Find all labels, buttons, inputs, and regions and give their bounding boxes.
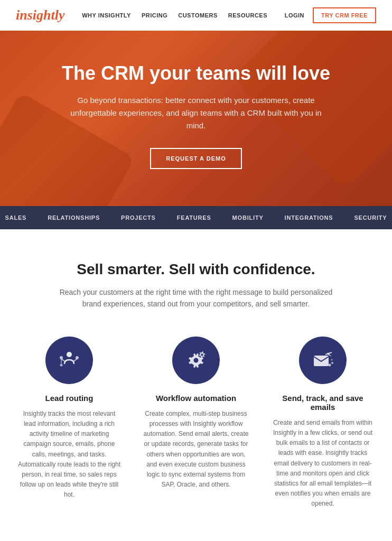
feature-workflow: Workflow automation Create complex, mult…: [143, 337, 249, 509]
svg-line-1: [61, 359, 66, 362]
features-title: Sell smarter. Sell with confidence.: [16, 261, 376, 278]
feature-email: Send, track, and save emails Create and …: [270, 337, 376, 509]
workflow-automation-icon: [184, 348, 208, 372]
try-free-button[interactable]: TRY CRM FREE: [313, 7, 376, 23]
nav-resources[interactable]: RESOURCES: [228, 12, 267, 18]
email-icon-circle: [299, 337, 347, 384]
email-name: Send, track, and save emails: [270, 394, 376, 412]
main-nav: WHY INSIGHTLY PRICING CUSTOMERS RESOURCE…: [82, 12, 267, 18]
subnav-relationships[interactable]: RELATIONSHIPS: [37, 206, 110, 229]
svg-point-7: [194, 358, 199, 362]
svg-point-3: [60, 356, 63, 359]
workflow-desc: Create complex, multi-step business proc…: [143, 409, 249, 490]
subnav-security[interactable]: SECURITY: [343, 206, 392, 229]
workflow-name: Workflow automation: [143, 394, 249, 403]
feature-lead-routing: Lead routing Insightly tracks the most r…: [16, 337, 122, 509]
subnav-projects[interactable]: PROJECTS: [110, 206, 166, 229]
nav-why-insightly[interactable]: WHY INSIGHTLY: [82, 12, 131, 18]
login-link[interactable]: LOGIN: [285, 12, 304, 18]
workflow-icon-circle: [172, 337, 220, 384]
nav-customers[interactable]: CUSTOMERS: [178, 12, 218, 18]
svg-point-8: [201, 353, 203, 356]
svg-point-5: [60, 363, 63, 366]
hero-subtitle: Go beyond transactions: better connect w…: [69, 94, 323, 132]
subnav-features[interactable]: FEATURES: [166, 206, 222, 229]
features-subtitle: Reach your customers at the right time w…: [59, 286, 333, 310]
site-header: insightly WHY INSIGHTLY PRICING CUSTOMER…: [0, 0, 392, 31]
features-section: Sell smarter. Sell with confidence. Reac…: [0, 229, 392, 541]
demo-button[interactable]: REQUEST A DEMO: [150, 148, 241, 169]
lead-routing-desc: Insightly tracks the most relevant lead …: [16, 409, 122, 500]
lead-routing-name: Lead routing: [16, 394, 122, 403]
header-actions: LOGIN TRY CRM FREE: [285, 7, 376, 23]
svg-point-4: [76, 356, 79, 359]
sub-nav: SALES RELATIONSHIPS PROJECTS FEATURES MO…: [0, 206, 392, 229]
svg-point-12: [331, 362, 333, 364]
hero-section: The CRM your teams will love Go beyond t…: [0, 31, 392, 206]
svg-point-0: [67, 352, 72, 357]
nav-pricing[interactable]: PRICING: [142, 12, 167, 18]
features-grid: Lead routing Insightly tracks the most r…: [16, 337, 376, 509]
lead-routing-icon: [57, 348, 81, 372]
subnav-mobility[interactable]: MOBILITY: [222, 206, 274, 229]
svg-line-2: [73, 359, 77, 362]
email-desc: Create and send emails from within Insig…: [270, 418, 376, 509]
svg-point-13: [331, 359, 333, 360]
subnav-sales[interactable]: SALES: [0, 206, 37, 229]
hero-title: The CRM your teams will love: [16, 62, 376, 85]
logo[interactable]: insightly: [16, 7, 64, 23]
svg-point-11: [329, 363, 331, 366]
subnav-integrations[interactable]: INTEGRATIONS: [274, 206, 344, 229]
send-email-icon: [311, 348, 335, 372]
lead-routing-icon-circle: [45, 337, 93, 384]
